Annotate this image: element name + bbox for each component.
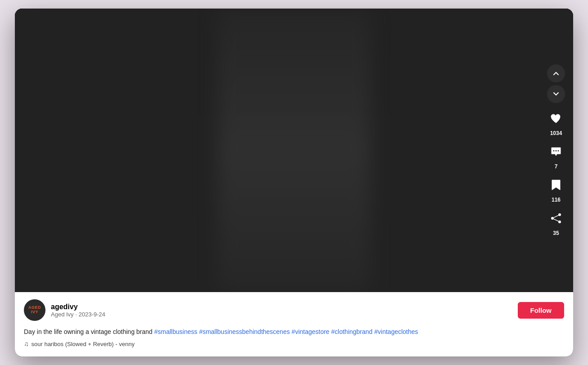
- hashtag-2[interactable]: #smallbusinessbehindthescenes: [199, 328, 290, 335]
- svg-point-1: [553, 150, 555, 152]
- share-count: 35: [553, 230, 559, 236]
- info-section: AGED IVY agedivy Aged Ivy · 2023-9-24 Fo…: [15, 292, 573, 356]
- hashtag-5[interactable]: #vintageclothes: [374, 328, 418, 335]
- like-count: 1034: [550, 130, 562, 136]
- music-note-icon: ♫: [24, 340, 29, 347]
- svg-line-7: [554, 215, 559, 217]
- bookmark-group: 116: [546, 175, 566, 203]
- bookmark-count: 116: [552, 197, 561, 203]
- bg-left: [15, 9, 573, 292]
- side-controls: 1034 7: [546, 64, 566, 236]
- creator-username[interactable]: agedivy: [51, 303, 512, 311]
- follow-button[interactable]: Follow: [518, 302, 565, 319]
- nav-down-button[interactable]: [547, 85, 565, 103]
- nav-section: [547, 64, 565, 103]
- svg-line-8: [554, 219, 559, 221]
- svg-point-6: [558, 221, 561, 223]
- like-button[interactable]: [546, 108, 566, 128]
- svg-point-2: [556, 150, 557, 152]
- music-row: ♫ sour haribos (Slowed + Reverb) - venny: [24, 340, 564, 347]
- video-section: day in the life of a vintage store owner: [15, 9, 573, 292]
- comment-button[interactable]: [546, 142, 566, 162]
- video-description: Day in the life owning a vintage clothin…: [24, 327, 564, 337]
- avatar-text: AGED IVY: [28, 306, 41, 315]
- comment-group: 7: [546, 142, 566, 170]
- comment-count: 7: [555, 163, 558, 170]
- share-group: 35: [546, 208, 566, 236]
- svg-point-4: [558, 213, 561, 216]
- hashtag-1[interactable]: #smallbusiness: [154, 328, 198, 335]
- app-container: day in the life of a vintage store owner: [15, 9, 573, 356]
- creator-meta: Aged Ivy · 2023-9-24: [51, 311, 512, 318]
- svg-point-3: [558, 150, 559, 152]
- like-group: 1034: [546, 108, 566, 136]
- avatar[interactable]: AGED IVY: [24, 299, 45, 321]
- music-text[interactable]: sour haribos (Slowed + Reverb) - venny: [32, 341, 135, 347]
- creator-row: AGED IVY agedivy Aged Ivy · 2023-9-24 Fo…: [24, 299, 564, 321]
- hashtag-3[interactable]: #vintagestore: [292, 328, 330, 335]
- svg-point-5: [551, 217, 554, 220]
- hashtag-4[interactable]: #clothingbrand: [331, 328, 373, 335]
- creator-info: agedivy Aged Ivy · 2023-9-24: [51, 303, 512, 318]
- nav-up-button[interactable]: [547, 64, 565, 82]
- bookmark-button[interactable]: [546, 175, 566, 195]
- share-button[interactable]: [546, 208, 566, 228]
